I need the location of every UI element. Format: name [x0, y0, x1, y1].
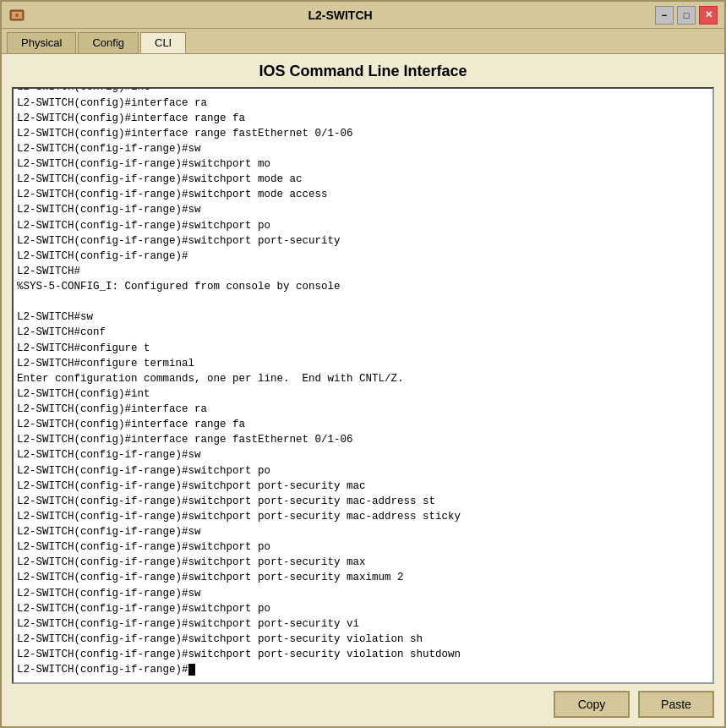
button-bar: Copy Paste	[12, 684, 714, 720]
app-icon	[8, 7, 25, 24]
tab-config[interactable]: Config	[78, 32, 139, 53]
tab-physical[interactable]: Physical	[7, 32, 76, 53]
main-content: IOS Command Line Interface L2-SWITCH#con…	[2, 53, 724, 726]
maximize-button[interactable]: □	[677, 6, 696, 25]
title-bar-left	[8, 7, 25, 24]
window-title: L2-SWITCH	[308, 8, 372, 22]
tab-bar: Physical Config CLI	[2, 29, 724, 53]
tab-cli[interactable]: CLI	[140, 32, 186, 53]
minimize-button[interactable]: −	[655, 6, 674, 25]
svg-point-2	[15, 14, 19, 17]
terminal-cursor	[188, 664, 195, 676]
section-title: IOS Command Line Interface	[12, 63, 714, 80]
title-bar-center: L2-SWITCH	[25, 8, 655, 22]
terminal-scroll[interactable]: L2-SWITCH#configure t L2-SWITCH#configur…	[14, 89, 712, 682]
title-bar-controls: − □ ✕	[655, 6, 718, 25]
terminal-container: L2-SWITCH#configure t L2-SWITCH#configur…	[12, 87, 714, 684]
main-window: L2-SWITCH − □ ✕ Physical Config CLI IOS …	[0, 0, 726, 728]
title-bar: L2-SWITCH − □ ✕	[2, 2, 724, 29]
copy-button[interactable]: Copy	[554, 691, 630, 718]
close-button[interactable]: ✕	[699, 6, 718, 25]
paste-button[interactable]: Paste	[638, 691, 714, 718]
terminal-text: L2-SWITCH#configure t L2-SWITCH#configur…	[17, 89, 709, 677]
